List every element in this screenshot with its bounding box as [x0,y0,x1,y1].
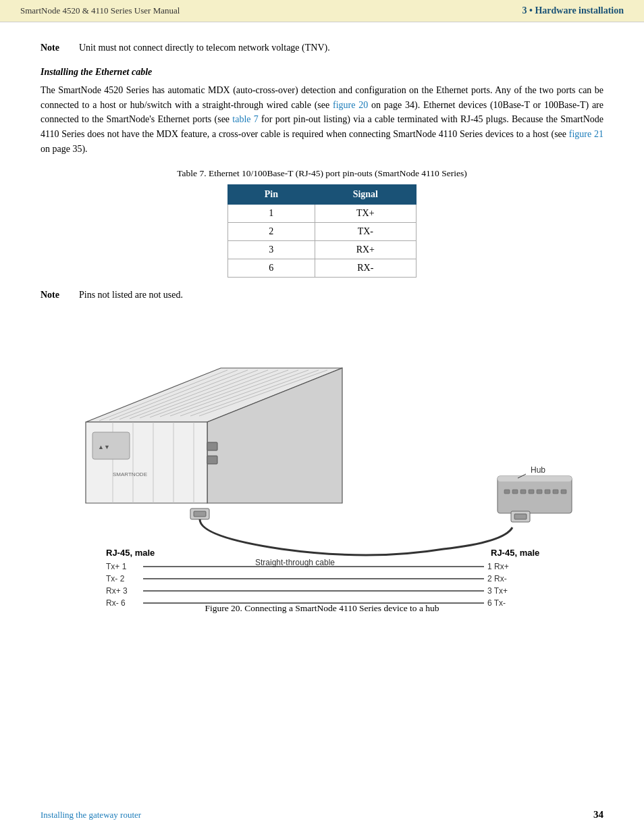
table-cell-pin: 2 [228,223,315,241]
wire4-left: Rx- 6 [106,598,126,608]
table-cell-signal: TX- [315,223,416,241]
header-chapter: 3 • Hardware installation [522,5,624,16]
table-cell-pin: 1 [228,205,315,223]
svg-rect-27 [504,490,510,494]
pin-table: Pin Signal 1TX+2TX-3RX+6RX- [227,184,417,278]
svg-rect-24 [194,511,206,517]
header-manual-title: SmartNode 4520 & 4110 Series User Manual [20,5,180,16]
table-header-pin: Pin [228,185,315,205]
svg-rect-29 [520,490,526,494]
ethernet-cable [200,519,512,555]
note2-text: Pins not listed are not used. [79,290,183,301]
chapter-number: 3 [522,5,527,16]
svg-rect-28 [512,490,518,494]
header-bar: SmartNode 4520 & 4110 Series User Manual… [0,0,644,22]
wire3-right: 3 Tx+ [487,586,508,596]
table-cell-signal: RX+ [315,241,416,259]
footer-page-number: 34 [593,809,603,820]
link-figure21[interactable]: figure 21 [569,129,603,139]
svg-rect-32 [545,490,550,494]
wire2-right: 2 Rx- [487,574,507,583]
svg-text:SMARTNODE: SMARTNODE [113,471,147,477]
smartnode-device: ▲▼ SMARTNODE [86,368,342,503]
svg-rect-33 [553,490,558,494]
left-connector-label: RJ-45, male [106,548,155,558]
table-row: 3RX+ [228,241,417,259]
page: SmartNode 4520 & 4110 Series User Manual… [0,0,644,834]
table-cell-pin: 3 [228,241,315,259]
svg-rect-30 [529,490,534,494]
wire1-right: 1 Rx+ [487,562,509,571]
svg-rect-25 [498,476,572,513]
diagram-svg: ▲▼ SMARTNODE Straight-thr [45,314,599,598]
table-cell-pin: 6 [228,259,315,278]
note-block-1: Note Unit must not connect directly to t… [41,43,603,53]
table-row: 6RX- [228,259,417,278]
link-table7[interactable]: table 7 [232,114,258,124]
svg-text:▲▼: ▲▼ [98,444,110,450]
hub-device [498,476,572,522]
chapter-title: Hardware installation [535,5,624,16]
table-cell-signal: RX- [315,259,416,278]
wire3-left: Rx+ 3 [106,586,128,596]
table-row: 1TX+ [228,205,417,223]
wire2-left: Tx- 2 [106,574,125,583]
pin-table-wrapper: Pin Signal 1TX+2TX-3RX+6RX- [41,184,603,278]
hub-label-text: Hub [531,465,545,475]
wire4-right: 6 Tx- [487,598,506,608]
content-area: Note Unit must not connect directly to t… [0,22,644,648]
section-heading: Installing the Ethernet cable [41,67,603,78]
note1-text: Unit must not connect directly to teleco… [79,43,330,53]
footer-left-text: Installing the gateway router [41,810,141,820]
cable-label: Straight-through cable [255,558,335,567]
table-caption: Table 7. Ethernet 10/100Base-T (RJ-45) p… [41,168,603,179]
note1-label: Note [41,43,71,53]
diagram-area: ▲▼ SMARTNODE Straight-thr [41,314,603,614]
svg-rect-23 [207,456,217,464]
link-figure20[interactable]: figure 20 [333,100,368,110]
svg-rect-34 [561,490,566,494]
svg-rect-22 [207,442,217,450]
wire1-left: Tx+ 1 [106,562,127,571]
svg-rect-31 [537,490,542,494]
note-block-2: Note Pins not listed are not used. [41,290,603,301]
svg-rect-26 [498,476,572,481]
table-row: 2TX- [228,223,417,241]
note2-label: Note [41,290,71,301]
svg-rect-36 [514,514,527,519]
figure-caption: Figure 20. Connecting a SmartNode 4110 S… [205,603,439,614]
right-connector-label: RJ-45, male [491,548,539,558]
table-header-signal: Signal [315,185,416,205]
footer: Installing the gateway router 34 [0,809,644,820]
table-cell-signal: TX+ [315,205,416,223]
body-paragraph: The SmartNode 4520 Series has automatic … [41,83,603,156]
